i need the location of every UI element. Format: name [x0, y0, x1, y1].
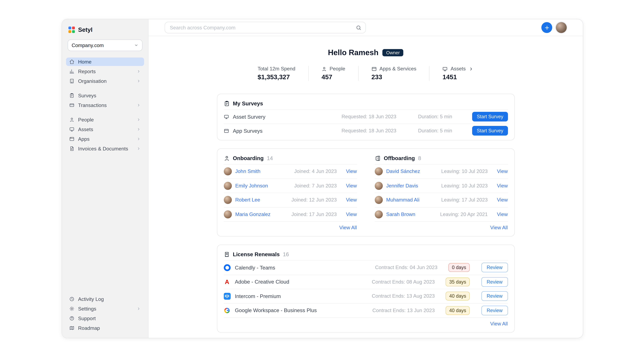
view-link[interactable]: View: [346, 169, 357, 174]
review-button[interactable]: Review: [482, 263, 508, 273]
stat-label: People: [330, 66, 345, 72]
offboarding-row: David Sánchez Leaving: 10 Jul 2023 View: [374, 164, 508, 178]
view-all-link[interactable]: View All: [490, 225, 508, 231]
view-link[interactable]: View: [497, 211, 508, 217]
view-link[interactable]: View: [346, 211, 357, 217]
license-name: Google Workspace - Business Plus: [235, 308, 368, 314]
license-renewals-card: License Renewals 16 Calendly - Teams Con…: [217, 245, 515, 333]
person-link[interactable]: Jennifer Davis: [386, 183, 438, 189]
stat-assets[interactable]: Assets 1451: [429, 66, 486, 81]
leaving-date: Leaving: 20 Apr 2021: [440, 211, 488, 217]
monitor-icon: [442, 66, 448, 71]
start-survey-button[interactable]: Start Survey: [472, 126, 508, 136]
leaving-date: Leaving: 10 Jul 2023: [441, 169, 488, 174]
person-link[interactable]: Maria Gonzalez: [235, 211, 288, 217]
monitor-icon: [224, 114, 229, 119]
document-icon: [69, 146, 74, 151]
survey-name: App Surveys: [233, 128, 338, 134]
plus-icon: [544, 25, 550, 30]
survey-name: Asset Survery: [233, 114, 338, 120]
sidebar-item-assets[interactable]: Assets: [66, 125, 144, 134]
sidebar-item-label: Activity Log: [78, 296, 104, 302]
sidebar-item-transactions[interactable]: Transactions: [66, 101, 144, 109]
card-title: Offboarding: [384, 155, 415, 161]
people-icon: [69, 117, 74, 122]
start-survey-button[interactable]: Start Survey: [472, 112, 508, 121]
onboarding-row: Robert Lee Joined: 12 Jun 2023 View: [224, 193, 357, 207]
person-link[interactable]: David Sánchez: [386, 169, 438, 174]
onboarding-column: Onboarding 14 John Smith Joined: 4 Jun 2…: [224, 152, 357, 234]
sidebar-item-people[interactable]: People: [66, 115, 144, 124]
view-link[interactable]: View: [346, 197, 357, 203]
stat-value: 1451: [442, 74, 474, 81]
sidebar-item-apps[interactable]: Apps: [66, 135, 144, 143]
topbar: [148, 19, 583, 36]
sidebar-item-home[interactable]: Home: [66, 57, 144, 66]
sidebar: Setyl Company.com Home Reports Organisa: [62, 19, 148, 338]
sidebar-item-support[interactable]: Support: [66, 314, 144, 323]
count-badge: 8: [418, 155, 421, 161]
stat-value: $1,353,327: [258, 74, 295, 81]
license-row: Google Workspace - Business Plus Contrac…: [224, 303, 508, 318]
stat-value: 233: [371, 74, 416, 81]
survey-duration: Duration: 5 min: [418, 128, 452, 134]
review-button[interactable]: Review: [482, 277, 508, 287]
setyl-logo-icon: [68, 26, 75, 33]
view-link[interactable]: View: [497, 169, 508, 174]
person-link[interactable]: Sarah Brown: [386, 211, 436, 217]
search-input[interactable]: [169, 24, 352, 31]
view-link[interactable]: View: [497, 183, 508, 189]
sidebar-item-activity-log[interactable]: Activity Log: [66, 295, 144, 303]
stage: Setyl Company.com Home Reports Organisa: [0, 0, 644, 362]
avatar: [224, 210, 232, 218]
search-icon[interactable]: [356, 25, 362, 30]
sidebar-item-organisation[interactable]: Organisation: [66, 77, 144, 85]
calendly-logo-icon: [224, 264, 230, 271]
view-link[interactable]: View: [497, 197, 508, 203]
person-link[interactable]: Robert Lee: [235, 197, 288, 203]
sidebar-item-label: Transactions: [78, 102, 107, 108]
contract-ends: Contract Ends: 13 Aug 2023: [372, 293, 435, 299]
license-name: Adobe - Creative Cloud: [235, 279, 368, 285]
apps-icon: [371, 66, 376, 71]
chevron-right-icon: [136, 117, 141, 122]
joined-date: Joined: 4 Jun 2023: [294, 169, 337, 174]
card-title: My Surveys: [233, 100, 263, 106]
help-icon: [69, 316, 74, 321]
avatar: [374, 196, 383, 204]
sidebar-item-invoices[interactable]: Invoices & Documents: [66, 144, 144, 153]
sidebar-item-settings[interactable]: Settings: [66, 305, 144, 313]
sidebar-nav: Home Reports Organisation Surveys: [62, 57, 148, 159]
chevron-right-icon: [136, 137, 141, 141]
company-selector[interactable]: Company.com: [68, 39, 142, 51]
view-all-link[interactable]: View All: [339, 225, 357, 231]
card-title: Onboarding: [233, 155, 264, 161]
review-button[interactable]: Review: [482, 306, 508, 315]
onboarding-row: Maria Gonzalez Joined: 17 Jun 2023 View: [224, 207, 357, 221]
sidebar-item-surveys[interactable]: Surveys: [66, 91, 144, 100]
sidebar-item-label: Settings: [78, 306, 96, 312]
chevron-right-icon: [136, 79, 141, 83]
person-link[interactable]: Emily Johnson: [235, 183, 290, 189]
person-link[interactable]: John Smith: [235, 169, 290, 174]
organisation-icon: [69, 78, 74, 84]
sidebar-item-label: People: [78, 117, 94, 123]
sidebar-item-reports[interactable]: Reports: [66, 67, 144, 76]
sidebar-item-label: Reports: [78, 69, 96, 74]
offboarding-row: Sarah Brown Leaving: 20 Apr 2021 View: [374, 207, 508, 221]
license-row: Calendly - Teams Contract Ends: 04 Jun 2…: [224, 260, 508, 275]
license-row: A Adobe - Creative Cloud Contract Ends: …: [224, 275, 508, 289]
people-icon: [322, 66, 327, 71]
sidebar-item-roadmap[interactable]: Roadmap: [66, 324, 144, 332]
sidebar-item-label: Support: [78, 316, 96, 321]
brand-name: Setyl: [78, 26, 92, 33]
user-avatar[interactable]: [556, 22, 567, 33]
person-link[interactable]: Muhammad Ali: [386, 197, 438, 203]
view-all-link[interactable]: View All: [490, 321, 508, 327]
add-button[interactable]: [541, 22, 552, 33]
survey-duration: Duration: 5 min: [418, 114, 452, 119]
page-title: Hello Ramesh: [328, 48, 378, 57]
view-link[interactable]: View: [346, 183, 357, 189]
review-button[interactable]: Review: [482, 291, 508, 301]
sidebar-item-label: Surveys: [78, 93, 96, 98]
